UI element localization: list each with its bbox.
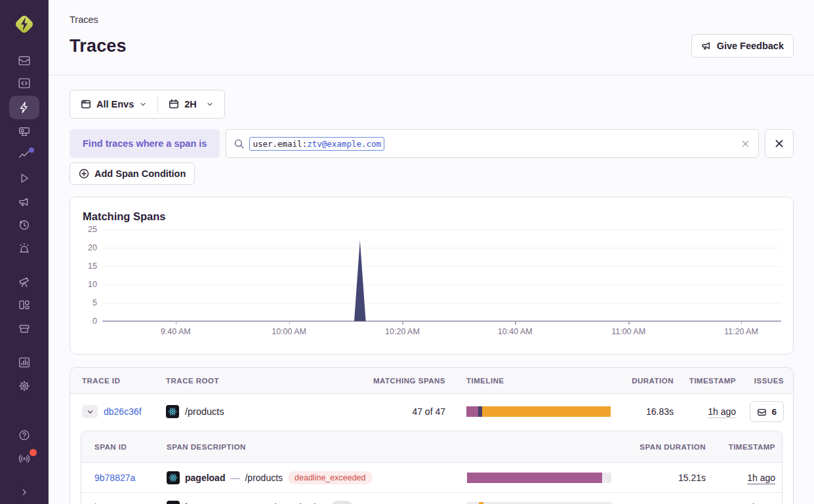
sidebar-item-releases[interactable]: [9, 214, 39, 236]
spans-table: Span ID Span Description Span Duration T…: [81, 431, 783, 504]
sidebar-item-feedback[interactable]: [9, 191, 39, 213]
feedback-megaphone-icon: [701, 41, 712, 51]
go-platform-icon: GO: [167, 501, 180, 504]
sidebar-item-settings[interactable]: [9, 375, 39, 397]
dashboard-layout-icon: [17, 298, 31, 313]
chart-title: Matching Spans: [83, 210, 781, 223]
page-filter-bar: All Envs 2H: [70, 90, 225, 119]
issues-icon: [757, 407, 767, 417]
matching-spans-plot[interactable]: [102, 229, 781, 321]
react-platform-icon: [167, 471, 180, 484]
trace-issues-button[interactable]: 6: [750, 401, 784, 422]
span-row: 9b78827a: [81, 463, 782, 492]
app-window: Traces Traces Give Feedback: [0, 0, 814, 504]
span-duration: 15.21s: [678, 473, 706, 483]
col-trace-root: Trace Root: [166, 377, 365, 385]
page-header: Traces Traces Give Feedback: [49, 0, 814, 75]
span-search-input[interactable]: user.email:ztv@example.com: [226, 129, 759, 158]
clear-search-button[interactable]: [741, 139, 750, 149]
siren-icon: [17, 241, 31, 256]
span-filter-chip: Find traces where a span is: [70, 129, 220, 158]
chevron-right-icon: [18, 486, 31, 499]
trace-root-label: /products: [185, 406, 224, 417]
span-status-badge: ok: [331, 501, 353, 504]
search-filter-token[interactable]: user.email:ztv@example.com: [249, 137, 384, 151]
col-trace-id: Trace ID: [82, 377, 166, 385]
trace-timeline-bar: [466, 406, 611, 417]
add-span-condition-button[interactable]: Add Span Condition: [70, 163, 195, 185]
trace-expanded-section: Span ID Span Description Span Duration T…: [70, 429, 793, 504]
sidebar-item-projects[interactable]: [9, 73, 39, 95]
telescope-icon: [17, 275, 31, 290]
col-span-id: Span ID: [94, 443, 167, 451]
trace-row: db26c36f: [70, 394, 793, 429]
col-span-duration: Span Duration: [640, 443, 706, 451]
chevron-down-icon: [206, 100, 214, 108]
archive-box-icon: [17, 322, 31, 336]
col-issues: Issues: [754, 377, 784, 385]
give-feedback-button[interactable]: Give Feedback: [691, 34, 794, 58]
span-status-badge: deadline_exceeded: [288, 471, 372, 484]
span-timeline-bar: [467, 473, 611, 483]
span-row: b7a7e441 GO http.server — GET /organizat…: [81, 492, 782, 504]
insights-notification-dot: [29, 147, 34, 153]
whats-new-notification-dot: [30, 449, 37, 456]
trace-duration: 16.83s: [646, 406, 674, 417]
chevron-down-icon: [139, 100, 147, 108]
sidebar-item-dashboards[interactable]: [9, 294, 39, 317]
megaphone-icon: [17, 195, 31, 209]
sidebar: [0, 0, 49, 504]
col-duration: Duration: [632, 377, 674, 385]
trace-timestamp[interactable]: 1h ago: [708, 406, 736, 418]
sidebar-item-insights[interactable]: [9, 144, 39, 166]
remove-span-condition-button[interactable]: [765, 129, 794, 158]
traces-table-header: Trace ID Trace Root Matching Spans Timel…: [70, 368, 793, 394]
trace-expand-toggle[interactable]: [82, 405, 98, 418]
span-filter-row: Find traces where a span is user.email:z…: [70, 129, 794, 158]
sidebar-item-replays[interactable]: [9, 167, 39, 189]
sidebar-item-crons[interactable]: [9, 237, 39, 260]
org-avatar[interactable]: [12, 12, 37, 37]
history-clock-icon: [17, 218, 31, 232]
span-op: pageload: [185, 473, 225, 483]
col-matching-spans: Matching Spans: [373, 377, 445, 385]
lightning-icon: [17, 100, 31, 115]
col-span-timestamp: Timestamp: [729, 443, 775, 451]
span-description: /products: [245, 473, 283, 483]
search-icon: [234, 138, 245, 149]
chevron-down-icon: [86, 408, 94, 416]
main-area: Traces Traces Give Feedback: [49, 0, 814, 504]
sidebar-item-traces[interactable]: [9, 96, 39, 119]
close-icon: [773, 138, 785, 149]
issues-icon: [17, 53, 31, 68]
span-id-link[interactable]: 9b78827a: [94, 473, 167, 483]
environment-selector[interactable]: All Envs: [70, 90, 157, 118]
sidebar-item-issues[interactable]: [9, 49, 39, 71]
sidebar-item-discover[interactable]: [9, 271, 39, 294]
sidebar-collapse-toggle[interactable]: [9, 481, 39, 503]
play-icon: [17, 171, 31, 185]
trace-id-link[interactable]: db26c36f: [104, 406, 142, 417]
matching-spans-count: 47 of 47: [412, 406, 445, 417]
chart-x-axis: 9:40 AM10:00 AM10:20 AM10:40 AM11:00 AM1…: [102, 321, 781, 341]
sidebar-item-whats-new[interactable]: [9, 448, 39, 470]
sidebar-item-archive[interactable]: [9, 318, 39, 340]
close-icon: [741, 139, 750, 149]
col-span-description: Span Description: [167, 443, 464, 451]
chart-y-axis: 2520151050: [83, 229, 97, 321]
sidebar-item-stats[interactable]: [9, 352, 39, 374]
calendar-icon: [169, 99, 179, 109]
breadcrumb[interactable]: Traces: [70, 14, 794, 25]
time-range-selector[interactable]: 2H: [158, 90, 224, 118]
page-content: All Envs 2H Find traces where a span is: [49, 75, 814, 504]
sidebar-item-help[interactable]: [9, 424, 39, 446]
gear-icon: [17, 379, 31, 393]
sidebar-item-profiling[interactable]: [9, 121, 39, 143]
window-icon: [81, 99, 91, 109]
span-timestamp[interactable]: 1h ago: [747, 473, 775, 484]
traces-table: Trace ID Trace Root Matching Spans Timel…: [70, 367, 794, 504]
plus-circle-icon: [79, 168, 89, 179]
org-logo-icon: [12, 12, 37, 37]
react-platform-icon: [166, 405, 179, 418]
help-icon: [17, 428, 31, 442]
